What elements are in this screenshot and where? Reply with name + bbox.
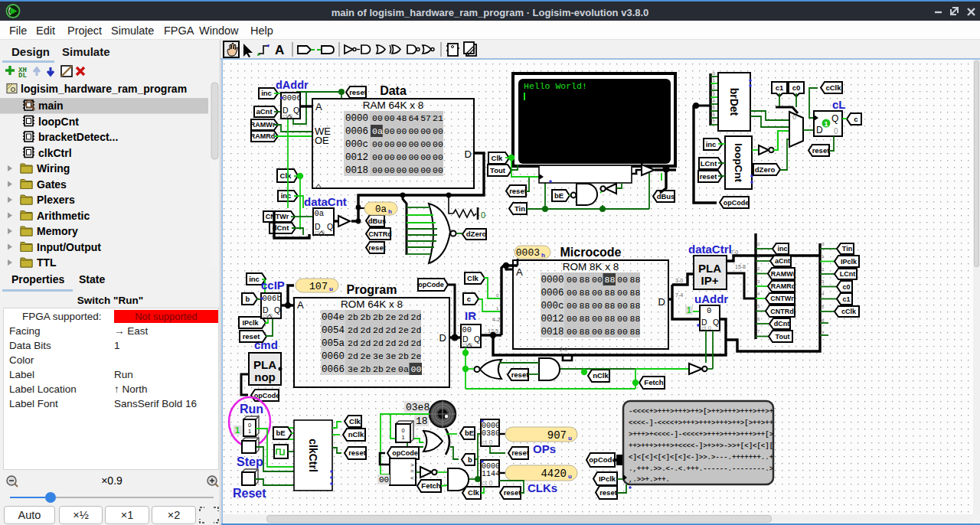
svg-text:logisim_hardware_ram_program: logisim_hardware_ram_program <box>21 83 187 95</box>
svg-text:2d: 2d <box>348 351 358 361</box>
svg-text:dBus: dBus <box>657 192 675 201</box>
svg-text:0: 0 <box>792 113 796 121</box>
svg-text:,.>>+.>++.: ,.>>+.>++. <box>629 476 670 484</box>
svg-text:b: b <box>246 295 250 303</box>
svg-text:00: 00 <box>433 126 443 136</box>
svg-text:00: 00 <box>420 165 431 175</box>
svg-text:2b: 2b <box>373 364 384 374</box>
svg-text:88: 88 <box>630 275 641 285</box>
svg-text:ROM 64K x 8: ROM 64K x 8 <box>341 298 403 310</box>
svg-text:bracketDetect...: bracketDetect... <box>38 131 118 143</box>
svg-text:c1: c1 <box>842 295 850 303</box>
svg-text:2d: 2d <box>411 325 422 335</box>
svg-text:ct 0: ct 0 <box>701 324 711 331</box>
svg-text:3-0: 3-0 <box>675 278 683 283</box>
svg-text:-<<<<+>+++>+++>++>[>++>+++>+++: -<<<<+>+++>+++>++>[>++>+++>+++>++>+ <box>629 408 773 416</box>
svg-text:00: 00 <box>462 325 472 334</box>
svg-text:reset: reset <box>599 488 618 497</box>
svg-text:00: 00 <box>384 139 395 149</box>
svg-text:inc: inc <box>249 275 260 283</box>
svg-text:ct 0: ct 0 <box>482 479 493 487</box>
svg-text:00: 00 <box>408 152 419 162</box>
svg-text:00: 00 <box>567 327 577 337</box>
svg-text:dataCnt: dataCnt <box>304 195 347 208</box>
svg-text:Reset: Reset <box>233 487 266 500</box>
svg-text:2d: 2d <box>361 338 371 348</box>
svg-text:2e: 2e <box>398 325 409 335</box>
svg-text:Tout: Tout <box>776 333 790 341</box>
svg-text:88: 88 <box>580 301 590 311</box>
svg-text:.,+++.>>.<-.<.+++.------.-----: .,+++.>>.<-.<.+++.------.--------.> <box>629 465 773 473</box>
svg-text:<<<<-]-<<<<+>+++>+++>+++>++>[>: <<<<-]-<<<<+>+++>+++>+++>++>[>++>++ <box>629 419 773 427</box>
svg-text:2d: 2d <box>386 338 397 348</box>
svg-text:0006: 0006 <box>345 126 368 137</box>
svg-text:2b: 2b <box>373 312 384 322</box>
svg-text:0012: 0012 <box>345 152 368 163</box>
svg-text:Program: Program <box>347 283 397 296</box>
svg-text:0066: 0066 <box>322 364 345 375</box>
svg-text:00: 00 <box>433 165 443 175</box>
svg-text:c: c <box>854 115 858 123</box>
svg-text:dataCtrl: dataCtrl <box>688 243 732 256</box>
svg-text:reset: reset <box>812 146 831 155</box>
svg-text:00: 00 <box>420 126 431 136</box>
svg-text:dZero: dZero <box>466 230 487 238</box>
svg-text:03e8: 03e8 <box>406 402 430 413</box>
svg-text:clkCtrl: clkCtrl <box>307 439 319 472</box>
svg-text:3e: 3e <box>386 351 397 361</box>
svg-text:88: 88 <box>580 327 590 337</box>
svg-text:4-2: 4-2 <box>492 317 500 322</box>
svg-text:dAddr: dAddr <box>276 79 309 91</box>
svg-text:00: 00 <box>617 288 628 298</box>
svg-text:64: 64 <box>408 113 419 123</box>
svg-text:0012: 0012 <box>541 314 564 324</box>
svg-text:b: b <box>468 455 472 464</box>
svg-text:2d: 2d <box>373 325 384 335</box>
svg-text:00: 00 <box>397 165 407 175</box>
svg-text:LCnt: LCnt <box>840 270 856 278</box>
svg-text:Arithmetic: Arithmetic <box>37 210 90 222</box>
svg-text:aCnt: aCnt <box>256 107 273 116</box>
svg-text:0380: 0380 <box>482 429 500 438</box>
svg-text:D: D <box>465 148 472 160</box>
svg-text:ct 0: ct 0 <box>482 439 493 446</box>
svg-text:00: 00 <box>617 314 628 324</box>
svg-text:00: 00 <box>397 152 407 162</box>
svg-text:2e: 2e <box>386 312 397 322</box>
svg-text:loopCnt: loopCnt <box>733 143 744 182</box>
svg-text:cClk: cClk <box>825 83 841 92</box>
svg-text:2d: 2d <box>348 338 358 348</box>
svg-text:Tin: Tin <box>842 245 852 253</box>
svg-text:1144: 1144 <box>482 470 500 478</box>
svg-text:c: c <box>467 295 471 303</box>
svg-text:00: 00 <box>411 364 422 374</box>
svg-text:ROM 8K x 8: ROM 8K x 8 <box>563 261 619 272</box>
svg-text:7-4: 7-4 <box>675 292 683 298</box>
svg-text:107: 107 <box>309 281 328 292</box>
svg-text:Q: Q <box>274 305 280 315</box>
svg-text:907: 907 <box>547 429 567 442</box>
svg-text:uAddr: uAddr <box>694 292 728 305</box>
svg-text:Memory: Memory <box>37 225 78 237</box>
svg-text:Gates: Gates <box>37 178 67 191</box>
svg-text:2d: 2d <box>411 338 422 348</box>
svg-text:0: 0 <box>401 427 404 434</box>
svg-text:000c: 000c <box>345 139 368 150</box>
svg-text:00: 00 <box>592 314 603 324</box>
svg-text:opCode: opCode <box>392 449 418 457</box>
svg-text:00: 00 <box>372 152 383 162</box>
svg-text:Clk: Clk <box>349 417 361 426</box>
svg-text:aCnt: aCnt <box>775 257 790 265</box>
svg-text:CLKs: CLKs <box>528 481 557 494</box>
svg-text:PLA: PLA <box>253 358 276 371</box>
svg-text:ccIP: ccIP <box>261 279 285 292</box>
svg-text:0a: 0a <box>398 364 409 374</box>
svg-text:00: 00 <box>617 301 628 311</box>
svg-text:88: 88 <box>580 288 590 298</box>
svg-text:006b: 006b <box>263 294 282 303</box>
svg-text:88: 88 <box>605 301 616 311</box>
svg-text:00: 00 <box>420 139 431 149</box>
svg-text:00: 00 <box>384 152 395 162</box>
svg-text:1: 1 <box>235 426 240 435</box>
svg-text:00: 00 <box>433 152 443 162</box>
